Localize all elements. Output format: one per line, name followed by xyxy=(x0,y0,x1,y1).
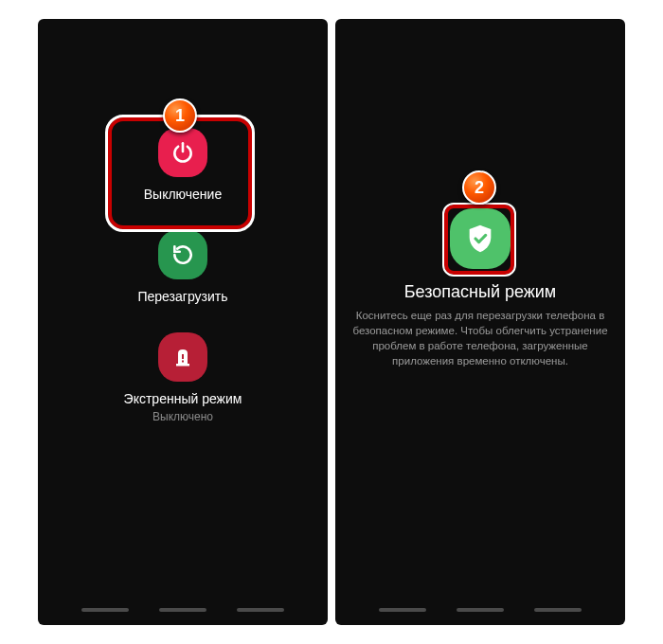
annotation-badge-2: 2 xyxy=(462,170,496,205)
emergency-icon xyxy=(158,332,207,382)
badge-number: 1 xyxy=(175,106,185,126)
nav-back[interactable] xyxy=(534,608,582,612)
restart-option[interactable]: Перезагрузить xyxy=(137,230,227,304)
nav-recents[interactable] xyxy=(379,608,426,612)
safe-mode-description: Коснитесь еще раз для перезагрузки телеф… xyxy=(350,308,610,368)
safe-mode-prompt: Безопасный режим Коснитесь еще раз для п… xyxy=(335,208,625,368)
shield-check-icon xyxy=(464,223,496,255)
badge-number: 2 xyxy=(475,178,484,198)
power-icon xyxy=(158,128,207,177)
nav-recents[interactable] xyxy=(81,608,129,612)
emergency-label: Экстренный режим xyxy=(124,391,242,406)
android-navbar xyxy=(38,608,328,612)
nav-home[interactable] xyxy=(457,608,504,612)
emergency-mode-option[interactable]: Экстренный режим Выключено xyxy=(124,332,242,423)
annotation-badge-1: 1 xyxy=(163,98,197,133)
power-off-label: Выключение xyxy=(144,187,222,202)
svg-rect-2 xyxy=(176,364,189,367)
nav-home[interactable] xyxy=(159,608,206,612)
power-menu: Выключение Перезагрузить xyxy=(124,128,242,423)
restart-icon xyxy=(158,230,207,279)
screenshot-pair: Выключение Перезагрузить xyxy=(0,0,663,644)
android-navbar xyxy=(335,608,625,612)
nav-back[interactable] xyxy=(237,608,284,612)
svg-rect-0 xyxy=(182,354,184,359)
phone-screen-right: Безопасный режим Коснитесь еще раз для п… xyxy=(335,19,625,625)
restart-label: Перезагрузить xyxy=(137,289,227,304)
phone-screen-left: Выключение Перезагрузить xyxy=(38,19,328,625)
safe-mode-button[interactable] xyxy=(450,208,511,269)
svg-rect-1 xyxy=(182,361,184,363)
power-off-option[interactable]: Выключение xyxy=(144,128,222,202)
emergency-sublabel: Выключено xyxy=(152,410,213,423)
safe-mode-title: Безопасный режим xyxy=(404,282,556,302)
